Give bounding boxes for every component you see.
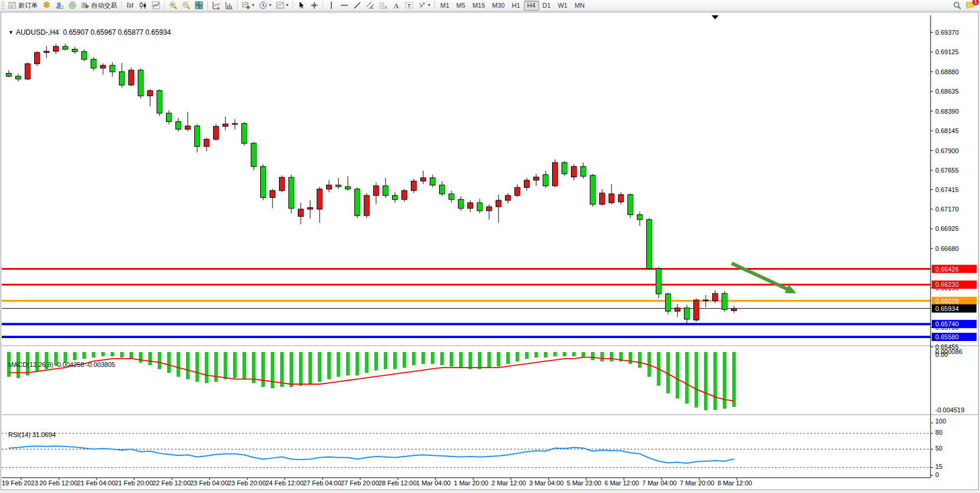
text-icon: A [392, 1, 400, 9]
crosshair-icon [310, 1, 318, 9]
chevron-down-icon[interactable]: ▾ [252, 3, 254, 8]
candle-body [232, 124, 238, 124]
chart-shift-marker[interactable] [712, 15, 719, 19]
auto-trading-button-label: 自动交易 [91, 1, 117, 10]
candle-body [327, 185, 332, 189]
add-indicator-button[interactable]: ▾ [240, 1, 257, 11]
chart-canvas[interactable]: 0.693700.691250.688800.686350.683900.681… [2, 14, 979, 488]
candlestick-button[interactable] [137, 1, 150, 11]
text-label-button[interactable]: T [403, 1, 416, 11]
auto-trading-button[interactable]: 自动交易 [79, 1, 119, 11]
zoom-out-button[interactable] [180, 1, 192, 11]
candle-body [16, 76, 21, 79]
trendline-button[interactable] [351, 1, 364, 11]
zoom-in-button[interactable] [167, 1, 180, 11]
arrow-shaft[interactable] [732, 263, 791, 291]
svg-text:-0.004519: -0.004519 [935, 406, 965, 413]
vertical-line-button[interactable] [325, 1, 338, 11]
candle-body [383, 186, 388, 196]
text-button[interactable]: A [390, 1, 403, 11]
macd-histogram-bar [262, 352, 265, 387]
candle-body [364, 196, 370, 216]
search-button[interactable] [951, 1, 964, 11]
candle-body [590, 176, 596, 204]
svg-text:A: A [394, 2, 399, 9]
macd-histogram-bar [695, 352, 698, 407]
signal-button[interactable] [66, 1, 79, 11]
quote-line[interactable]: ▼AUDUSD-,H4 0.65907 0.65967 0.65877 0.65… [8, 28, 171, 37]
candle-body [600, 193, 605, 204]
svg-text:80: 80 [935, 429, 942, 436]
candle-body [185, 126, 191, 129]
macd-histogram-bar [507, 352, 510, 364]
candle-body [393, 196, 398, 200]
timeframe-mn-button[interactable]: MN [571, 1, 588, 11]
svg-text:0.65580: 0.65580 [935, 333, 959, 340]
cursor-button[interactable] [295, 1, 308, 11]
candle-body [242, 124, 247, 143]
timeframe-w1-button[interactable]: W1 [554, 1, 572, 11]
svg-text:3 Mar 04:00: 3 Mar 04:00 [529, 479, 564, 487]
candle-body [148, 91, 153, 96]
candle-body [101, 65, 106, 68]
period-button[interactable]: ▾ [257, 1, 274, 11]
bar-chart-button[interactable] [124, 1, 137, 11]
candle-body [317, 189, 323, 209]
timeframe-m15-button[interactable]: M15 [469, 1, 489, 11]
chevron-down-icon[interactable]: ▾ [269, 3, 271, 8]
macd-histogram-bar [234, 352, 237, 378]
macd-histogram-bar [601, 352, 604, 361]
timeframe-h1-button[interactable]: H1 [508, 1, 523, 11]
candle-body [440, 185, 445, 194]
horizontal-lines-layer [2, 269, 931, 337]
channel-button[interactable]: E [364, 1, 377, 11]
candle-body [138, 70, 144, 96]
macd-histogram-bar [422, 352, 425, 364]
candle-body [402, 191, 407, 200]
candle-body [336, 185, 341, 187]
profile-button[interactable] [53, 1, 66, 11]
line-chart-button[interactable] [150, 1, 162, 11]
notifications-button[interactable]: 1 [964, 1, 976, 11]
timeframe-m5-button[interactable]: M5 [453, 1, 469, 11]
macd-histogram-bar [111, 352, 114, 356]
timeframe-m1-button[interactable]: M1 [437, 1, 453, 11]
candle-body [129, 70, 134, 85]
candle-body [346, 187, 351, 189]
macd-histogram-bar [328, 352, 331, 379]
new-order-button[interactable]: 新订单 [6, 1, 40, 11]
toolbar-grip[interactable] [1, 1, 5, 9]
timeframe-h4-button[interactable]: H4 [524, 1, 539, 11]
macd-histogram-bar [563, 352, 566, 356]
shapes-button[interactable]: ▾ [416, 1, 433, 11]
signal-icon [68, 1, 77, 9]
svg-text:20 Feb 12:00: 20 Feb 12:00 [39, 479, 78, 487]
crosshair-button[interactable] [308, 1, 321, 11]
candle-body [195, 126, 200, 147]
candle-body [298, 209, 304, 216]
timeframe-d1-button[interactable]: D1 [539, 1, 554, 11]
macd-histogram-bar [215, 352, 218, 382]
timeframe-m30-button[interactable]: M30 [489, 1, 508, 11]
fibonacci-button[interactable]: F [377, 1, 390, 11]
chevron-down-icon[interactable]: ▾ [286, 3, 288, 8]
chevron-down-icon[interactable]: ▾ [428, 3, 430, 8]
candle-body [110, 65, 115, 72]
symbol-dropdown-icon[interactable]: ▼ [8, 29, 14, 35]
auto-scroll-button[interactable] [210, 1, 222, 11]
macd-histogram-bar [83, 352, 86, 359]
svg-text:100: 100 [935, 418, 946, 425]
macd-histogram-bar [309, 352, 312, 384]
candle-body [647, 220, 652, 269]
chart-shift-button[interactable] [222, 1, 235, 11]
indicator-window-icon [212, 1, 220, 9]
svg-text:23 Feb 04:00: 23 Feb 04:00 [190, 479, 228, 487]
quote-text: AUDUSD-,H4 0.65907 0.65967 0.65877 0.659… [16, 28, 171, 37]
candle-body [44, 51, 49, 52]
template-button[interactable]: ▾ [274, 1, 291, 11]
tile-windows-button[interactable] [192, 1, 205, 11]
charts-button[interactable] [40, 1, 53, 11]
svg-text:0.66230: 0.66230 [935, 281, 959, 288]
horizontal-line-button[interactable] [338, 1, 351, 11]
candle-body [534, 177, 539, 180]
